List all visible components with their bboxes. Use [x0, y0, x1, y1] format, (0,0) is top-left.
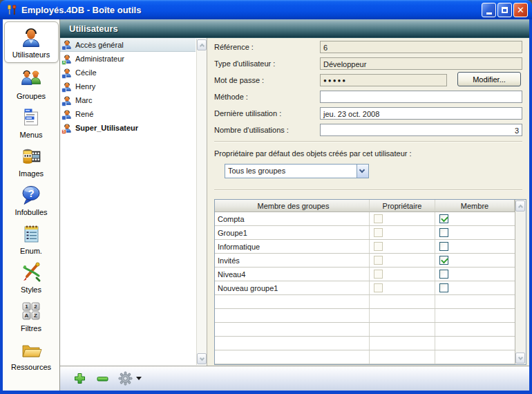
user-list-item[interactable]: René: [60, 107, 196, 121]
chevron-down-icon: [199, 356, 204, 361]
divider: [214, 189, 522, 191]
close-button[interactable]: ✕: [513, 3, 528, 17]
sidebar-item-label: Images: [19, 169, 44, 178]
styles-icon: [20, 261, 42, 283]
membre-checkbox[interactable]: [439, 270, 448, 279]
menus-icon: [20, 106, 42, 129]
maximize-icon: [502, 7, 508, 13]
owner-select-value: Tous les groupes: [225, 165, 357, 178]
sidebar-item-enum[interactable]: Enum.: [4, 219, 59, 258]
proprietaire-checkbox[interactable]: [374, 228, 383, 237]
proprietaire-checkbox[interactable]: [374, 283, 383, 292]
sidebar-item-label: Groupes: [17, 92, 46, 100]
sidebar-item-infobulles[interactable]: ? Infobulles: [4, 180, 59, 219]
membre-checkbox[interactable]: [439, 283, 448, 292]
use-count-field[interactable]: 3: [320, 124, 522, 136]
user-detail-panel: Référence : 6 Type d'utilisateur : Dével…: [207, 38, 529, 366]
sidebar-item-groupes[interactable]: Groupes: [4, 64, 59, 103]
maximize-button[interactable]: [497, 3, 512, 17]
table-row[interactable]: Niveau4: [215, 268, 526, 281]
sidebar-item-label: Menus: [19, 131, 42, 139]
user-icon: [62, 109, 73, 120]
divider: [214, 141, 522, 142]
user-badge: [61, 74, 66, 79]
user-badge: [61, 115, 66, 120]
use-count-label: Nombre d'utilisations :: [214, 124, 289, 136]
svg-text:A: A: [25, 312, 29, 319]
svg-text:?: ?: [28, 187, 34, 199]
column-header-proprietaire[interactable]: Propriétaire: [370, 200, 435, 212]
owner-select[interactable]: Tous les groupes: [225, 164, 369, 178]
minimize-button[interactable]: [482, 3, 496, 17]
user-list-scrollbar[interactable]: [196, 39, 207, 365]
proprietaire-checkbox[interactable]: [374, 270, 383, 279]
table-row[interactable]: Invités: [215, 254, 526, 268]
sidebar-item-label: Ressources: [11, 363, 51, 371]
plus-icon: [73, 372, 86, 385]
last-use-field[interactable]: jeu. 23 oct. 2008: [320, 107, 522, 120]
membre-checkbox[interactable]: [439, 242, 448, 251]
enum-icon: [20, 223, 42, 245]
user-list-item[interactable]: Cécile: [60, 66, 196, 79]
window-title: Employés.4DB - Boîte outils: [21, 5, 482, 15]
user-icon: A: [62, 54, 73, 64]
sidebar-item-images[interactable]: Images: [4, 142, 59, 180]
sidebar-item-utilisateurs[interactable]: Utilisateurs: [4, 21, 59, 63]
proprietaire-checkbox[interactable]: [374, 214, 383, 223]
user-list-item[interactable]: Henry: [60, 79, 196, 93]
minimize-icon: [486, 12, 492, 15]
scroll-down-button[interactable]: [197, 353, 207, 364]
table-row[interactable]: Nouveau groupe1: [215, 281, 526, 295]
table-row-empty: [215, 295, 526, 309]
proprietaire-checkbox[interactable]: [374, 242, 383, 251]
user-list-item[interactable]: Accès général: [60, 38, 196, 52]
sidebar-item-styles[interactable]: Styles: [4, 258, 59, 297]
sidebar-item-filtres[interactable]: 1 2 A Z Filtres: [4, 297, 59, 335]
add-user-button[interactable]: [72, 371, 87, 386]
combo-dropdown-button[interactable]: [357, 165, 368, 178]
membre-checkbox[interactable]: [439, 214, 448, 223]
sidebar-item-label: Infobulles: [15, 208, 47, 216]
sidebar-item-menus[interactable]: Menus: [4, 103, 59, 142]
table-row-empty: [215, 309, 526, 323]
chevron-up-icon: [199, 44, 204, 48]
table-row[interactable]: Informatique: [215, 240, 526, 254]
toolbox-icon: [6, 4, 18, 16]
method-field[interactable]: [320, 91, 522, 103]
membre-checkbox[interactable]: [439, 256, 448, 265]
panel-title: Utilisateurs: [69, 24, 118, 34]
modify-password-button[interactable]: Modifier...: [457, 72, 521, 86]
delete-user-button[interactable]: [95, 371, 110, 386]
chevron-down-icon: [359, 167, 365, 173]
user-list-item[interactable]: Marc: [60, 93, 196, 107]
user-icon: [62, 95, 73, 106]
sidebar-item-label: Filtres: [21, 324, 41, 332]
svg-text:1: 1: [25, 303, 28, 310]
proprietaire-checkbox[interactable]: [374, 256, 383, 265]
scroll-down-button[interactable]: [515, 353, 525, 364]
actions-menu-button[interactable]: [117, 370, 142, 386]
groups-table-scrollbar[interactable]: [515, 200, 526, 364]
scroll-up-button[interactable]: [197, 39, 207, 50]
user-badge: [61, 88, 66, 93]
membre-checkbox[interactable]: [439, 228, 448, 237]
table-row[interactable]: Groupe1: [215, 226, 526, 240]
table-row-empty: [215, 350, 526, 364]
table-row-empty: [215, 337, 526, 350]
groups-table-header: Membre des groupes Propriétaire Membre: [215, 200, 526, 212]
column-header-membre[interactable]: Membre: [435, 200, 515, 212]
user-list-item[interactable]: S Super_Utilisateur: [60, 121, 196, 135]
reference-label: Référence :: [214, 41, 254, 53]
table-row[interactable]: Compta: [215, 212, 526, 226]
user-list-item[interactable]: A Administrateur: [60, 52, 196, 66]
column-header-membre-des-groupes[interactable]: Membre des groupes: [215, 200, 370, 212]
sidebar-item-label: Utilisateurs: [12, 50, 50, 59]
svg-text:Z: Z: [34, 312, 37, 319]
gear-icon: [117, 370, 133, 386]
titlebar[interactable]: Employés.4DB - Boîte outils ✕: [0, 0, 532, 19]
panel-header: Utilisateurs: [60, 19, 529, 38]
scroll-up-button[interactable]: [515, 200, 525, 212]
tooltip-icon: ?: [20, 184, 42, 206]
groups-table: Membre des groupes Propriétaire Membre C…: [214, 199, 526, 365]
sidebar-item-ressources[interactable]: Ressources: [4, 335, 59, 374]
